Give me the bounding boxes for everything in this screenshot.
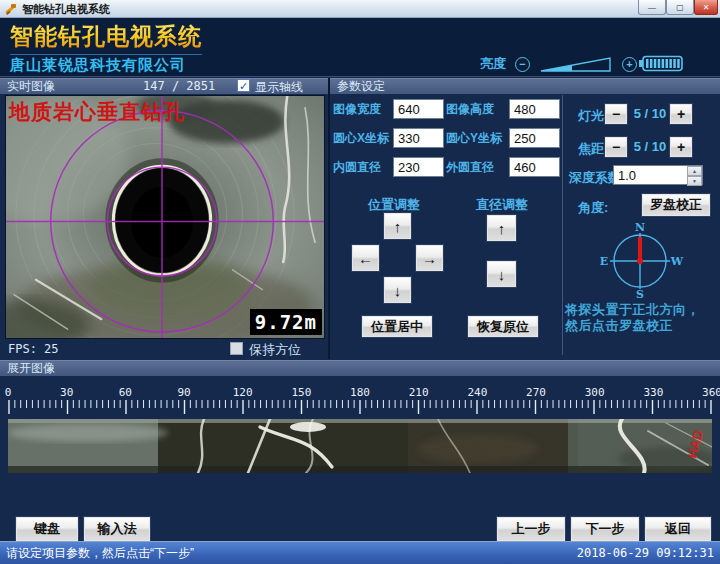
param-input-outer_diameter[interactable]	[509, 157, 560, 177]
window-titlebar: 智能钻孔电视系统 — ▢ ✕	[0, 0, 720, 18]
param-label-outer_diameter: 外圆直径	[446, 159, 507, 176]
panel-divider	[328, 78, 330, 359]
minimize-button[interactable]: —	[638, 0, 666, 15]
param-label-image_width: 图像宽度	[333, 101, 391, 118]
next-step-button[interactable]: 下一步	[571, 517, 639, 541]
ime-button[interactable]: 输入法	[84, 517, 150, 541]
keep-orientation-checkbox[interactable]	[230, 342, 243, 355]
param-label-image_height: 图像高度	[446, 101, 507, 118]
close-button[interactable]: ✕	[694, 0, 718, 15]
ruler-label-270: 270	[526, 386, 546, 399]
borehole-live-image	[6, 96, 324, 338]
live-panel-title: 实时图像	[7, 79, 55, 93]
back-button[interactable]: 返回	[645, 517, 711, 541]
company-name: 唐山莱锐思科技有限公司	[10, 56, 186, 75]
param-input-image_width[interactable]	[393, 99, 444, 119]
ruler-labels: 0306090120150180210240270300330360	[8, 386, 712, 398]
show-axis-checkbox[interactable]: ✓	[237, 79, 250, 92]
brightness-slider[interactable]	[539, 56, 613, 73]
fps-readout: FPS: 25	[8, 342, 59, 356]
status-message: 请设定项目参数，然后点击“下一步”	[6, 545, 194, 562]
ruler-label-30: 30	[60, 386, 73, 399]
restore-position-button[interactable]: 恢复原位	[468, 316, 538, 337]
diameter-decrease-button[interactable]: ↓	[487, 261, 516, 287]
unfold-panel-title: 展开图像	[7, 361, 55, 375]
ruler-label-330: 330	[643, 386, 663, 399]
param-input-center_x[interactable]	[393, 128, 444, 148]
param-input-image_height[interactable]	[509, 99, 560, 119]
overlay-caption: 地质岩心垂直钻孔	[9, 98, 185, 126]
param-label-inner_diameter: 内圆直径	[333, 159, 391, 176]
brightness-control: 亮度 − +	[480, 55, 637, 73]
depth-coef-spinner: ▲▼	[613, 165, 703, 186]
compass-n: N	[635, 221, 645, 234]
compass: N S E W	[598, 221, 684, 299]
maximize-button[interactable]: ▢	[666, 0, 694, 15]
ruler-label-300: 300	[585, 386, 605, 399]
spin-up-icon[interactable]: ▲	[687, 166, 702, 176]
frame-counter: 147 / 2851	[143, 79, 215, 93]
ruler-ticks	[8, 400, 712, 416]
focus-minus-button[interactable]: −	[605, 137, 627, 157]
battery-bars	[646, 59, 680, 68]
header: 智能钻孔电视系统 唐山莱锐思科技有限公司 亮度 − +	[0, 18, 720, 77]
param-label-center_x: 圆心X坐标	[333, 130, 391, 147]
ruler-label-240: 240	[467, 386, 487, 399]
brightness-label: 亮度	[480, 55, 506, 73]
live-video-view[interactable]: 地质岩心垂直钻孔 9.72m	[5, 95, 325, 339]
compass-w: W	[670, 255, 684, 268]
ruler-label-360: 360	[702, 386, 720, 399]
prev-step-button[interactable]: 上一步	[497, 517, 565, 541]
compass-calibrate-button[interactable]: 罗盘校正	[642, 194, 710, 216]
brightness-plus-icon[interactable]: +	[622, 57, 637, 72]
compass-instruction-line2: 然后点击罗盘校正	[565, 317, 673, 335]
position-adjust-label: 位置调整	[368, 196, 420, 214]
angle-label: 角度:	[578, 199, 608, 217]
ruler-label-90: 90	[177, 386, 190, 399]
window-title: 智能钻孔电视系统	[22, 2, 110, 17]
ruler-label-150: 150	[291, 386, 311, 399]
spinner-buttons[interactable]: ▲▼	[687, 166, 702, 184]
move-down-button[interactable]: ↓	[384, 277, 411, 303]
unfold-panel-header: 展开图像	[0, 360, 720, 376]
light-plus-button[interactable]: +	[670, 104, 692, 124]
params-panel-header: 参数设定	[330, 78, 720, 94]
keep-orientation-label: 保持方位	[249, 341, 301, 359]
light-minus-button[interactable]: −	[605, 104, 627, 124]
move-right-button[interactable]: →	[416, 245, 443, 271]
diameter-increase-button[interactable]: ↑	[487, 215, 516, 241]
compass-s: S	[636, 288, 644, 299]
focus-label: 焦距	[578, 140, 604, 158]
status-bar: 请设定项目参数，然后点击“下一步” 2018-06-29 09:12:31	[0, 541, 720, 564]
focus-plus-button[interactable]: +	[670, 137, 692, 157]
light-label: 灯光	[578, 107, 604, 125]
param-label-center_y: 圆心Y坐标	[446, 130, 507, 147]
focus-value: 5 / 10	[633, 139, 667, 154]
move-left-button[interactable]: ←	[352, 245, 379, 271]
panorama-image: HAD	[8, 419, 712, 473]
battery-icon	[638, 55, 684, 72]
move-up-button[interactable]: ↑	[384, 213, 411, 239]
brightness-minus-icon[interactable]: −	[515, 57, 530, 72]
diameter-adjust-label: 直径调整	[476, 196, 528, 214]
compass-e: E	[600, 255, 608, 268]
center-position-button[interactable]: 位置居中	[362, 316, 432, 337]
ruler-label-180: 180	[350, 386, 370, 399]
show-axis-label: 显示轴线	[255, 79, 303, 96]
status-datetime: 2018-06-29 09:12:31	[577, 546, 714, 560]
params-grid: 图像宽度图像高度圆心X坐标圆心Y坐标内圆直径外圆直径	[333, 99, 561, 177]
column-divider	[562, 95, 563, 355]
ruler-label-0: 0	[5, 386, 12, 399]
light-value: 5 / 10	[633, 106, 667, 121]
depth-readout: 9.72m	[250, 309, 322, 335]
ruler-label-60: 60	[119, 386, 132, 399]
app-icon	[4, 2, 18, 16]
spin-down-icon[interactable]: ▼	[687, 176, 702, 186]
keyboard-button[interactable]: 键盘	[16, 517, 78, 541]
ruler-label-210: 210	[409, 386, 429, 399]
ruler-label-120: 120	[233, 386, 253, 399]
param-input-center_y[interactable]	[509, 128, 560, 148]
param-input-inner_diameter[interactable]	[393, 157, 444, 177]
params-panel-title: 参数设定	[337, 79, 385, 93]
panorama-view[interactable]: HAD	[8, 419, 712, 473]
